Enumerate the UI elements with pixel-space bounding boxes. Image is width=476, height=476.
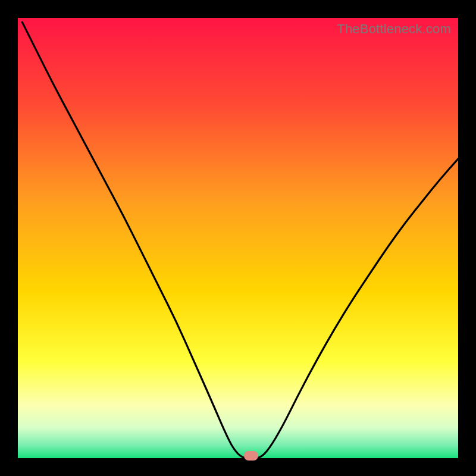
watermark-text: TheBottleneck.com: [337, 21, 451, 37]
plot-area: TheBottleneck.com: [18, 18, 458, 458]
optimal-marker: [244, 451, 258, 461]
bottleneck-curve: [18, 18, 458, 458]
chart-frame: TheBottleneck.com: [0, 0, 476, 476]
